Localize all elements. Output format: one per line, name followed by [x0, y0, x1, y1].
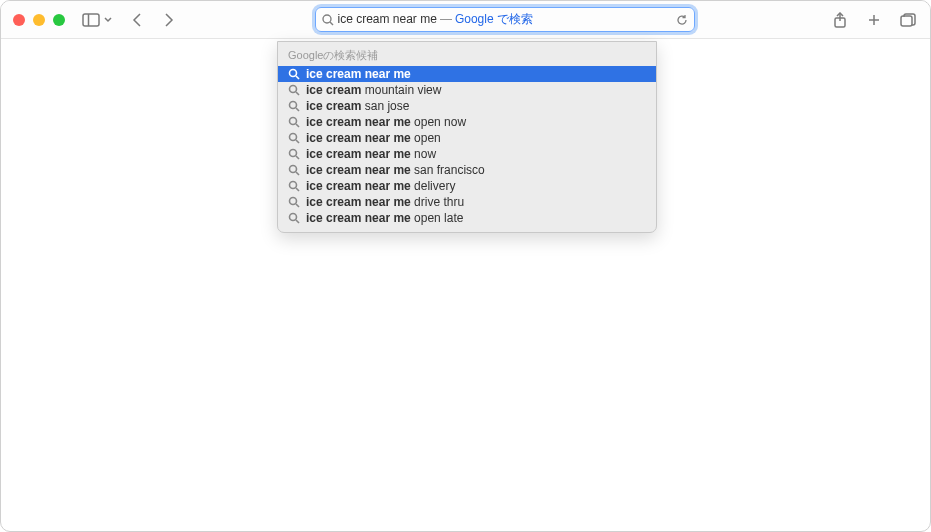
new-tab-button[interactable]	[864, 10, 884, 30]
chevron-down-icon	[103, 10, 113, 30]
svg-line-12	[296, 92, 299, 95]
suggestion-text: ice cream mountain view	[306, 82, 441, 98]
suggestion-item[interactable]: ice cream near me drive thru	[278, 194, 656, 210]
window-controls	[13, 14, 65, 26]
svg-rect-0	[83, 14, 99, 26]
suggestion-item[interactable]: ice cream mountain view	[278, 82, 656, 98]
svg-line-28	[296, 220, 299, 223]
address-bar[interactable]: ice cream near me — Google で検索	[315, 7, 695, 32]
suggestion-text: ice cream near me open late	[306, 210, 463, 226]
back-button[interactable]	[127, 10, 147, 30]
search-icon	[288, 196, 300, 208]
svg-line-3	[330, 22, 333, 25]
search-icon	[288, 132, 300, 144]
svg-point-11	[290, 86, 297, 93]
svg-point-15	[290, 118, 297, 125]
search-icon	[288, 100, 300, 112]
svg-point-13	[290, 102, 297, 109]
suggestion-text: ice cream near me delivery	[306, 178, 455, 194]
svg-point-21	[290, 166, 297, 173]
suggestion-text: ice cream near me open	[306, 130, 441, 146]
svg-point-9	[290, 70, 297, 77]
svg-line-20	[296, 156, 299, 159]
reload-button[interactable]	[676, 14, 688, 26]
address-text: ice cream near me — Google で検索	[338, 11, 533, 28]
svg-point-19	[290, 150, 297, 157]
search-suggestions-dropdown: Googleの検索候補 ice cream near meice cream m…	[277, 41, 657, 233]
fullscreen-window-button[interactable]	[53, 14, 65, 26]
svg-line-14	[296, 108, 299, 111]
svg-point-2	[323, 15, 331, 23]
svg-point-17	[290, 134, 297, 141]
search-icon	[288, 180, 300, 192]
svg-rect-8	[901, 16, 912, 26]
suggestion-item[interactable]: ice cream san jose	[278, 98, 656, 114]
svg-point-23	[290, 182, 297, 189]
suggestion-text: ice cream near me now	[306, 146, 436, 162]
minimize-window-button[interactable]	[33, 14, 45, 26]
suggestion-item[interactable]: ice cream near me san francisco	[278, 162, 656, 178]
suggestion-text: ice cream near me	[306, 66, 411, 82]
suggestion-text: ice cream san jose	[306, 98, 409, 114]
suggestion-item[interactable]: ice cream near me delivery	[278, 178, 656, 194]
svg-line-16	[296, 124, 299, 127]
nav-arrows	[127, 10, 179, 30]
search-icon	[322, 14, 334, 26]
suggestions-header: Googleの検索候補	[278, 46, 656, 66]
suggestion-text: ice cream near me san francisco	[306, 162, 485, 178]
suggestion-item[interactable]: ice cream near me open now	[278, 114, 656, 130]
svg-point-25	[290, 198, 297, 205]
svg-line-10	[296, 76, 299, 79]
forward-button[interactable]	[159, 10, 179, 30]
address-query: ice cream near me	[338, 12, 437, 26]
sidebar-toggle-button[interactable]	[81, 10, 113, 30]
suggestion-text: ice cream near me drive thru	[306, 194, 464, 210]
sidebar-icon	[81, 10, 101, 30]
right-toolbar	[830, 10, 918, 30]
svg-point-27	[290, 214, 297, 221]
svg-line-22	[296, 172, 299, 175]
suggestion-item[interactable]: ice cream near me open late	[278, 210, 656, 226]
search-icon	[288, 68, 300, 80]
svg-line-26	[296, 204, 299, 207]
share-button[interactable]	[830, 10, 850, 30]
close-window-button[interactable]	[13, 14, 25, 26]
search-icon	[288, 164, 300, 176]
browser-toolbar: ice cream near me — Google で検索	[1, 1, 930, 39]
search-icon	[288, 116, 300, 128]
suggestion-item[interactable]: ice cream near me	[278, 66, 656, 82]
tabs-overview-button[interactable]	[898, 10, 918, 30]
svg-line-24	[296, 188, 299, 191]
suggestion-text: ice cream near me open now	[306, 114, 466, 130]
suggestion-item[interactable]: ice cream near me open	[278, 130, 656, 146]
address-separator: —	[440, 12, 452, 26]
svg-line-18	[296, 140, 299, 143]
search-icon	[288, 84, 300, 96]
suggestion-item[interactable]: ice cream near me now	[278, 146, 656, 162]
search-icon	[288, 212, 300, 224]
address-engine: Google で検索	[455, 11, 533, 28]
search-icon	[288, 148, 300, 160]
address-bar-container: ice cream near me — Google で検索	[195, 7, 814, 32]
